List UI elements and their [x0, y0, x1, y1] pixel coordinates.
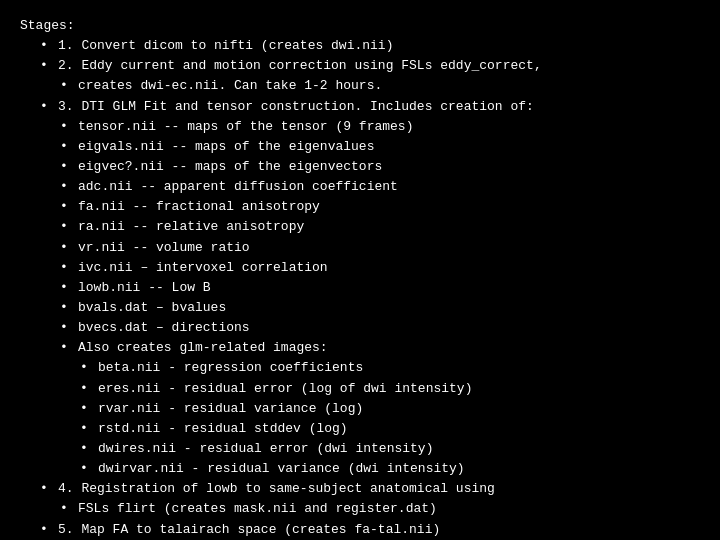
list-item: •tensor.nii -- maps of the tensor (9 fra… — [20, 117, 700, 137]
bullet-point: • — [80, 459, 98, 479]
list-item: •rvar.nii - residual variance (log) — [20, 399, 700, 419]
list-item: •rstd.nii - residual stddev (log) — [20, 419, 700, 439]
list-item: •2. Eddy current and motion correction u… — [20, 56, 700, 76]
bullet-point: • — [60, 278, 78, 298]
line-text: ivc.nii – intervoxel correlation — [78, 258, 328, 278]
list-item: •bvals.dat – bvalues — [20, 298, 700, 318]
list-item: •5. Map FA to talairach space (creates f… — [20, 520, 700, 540]
line-text: eigvec?.nii -- maps of the eigenvectors — [78, 157, 382, 177]
line-text: eigvals.nii -- maps of the eigenvalues — [78, 137, 374, 157]
list-item: •FSLs flirt (creates mask.nii and regist… — [20, 499, 700, 519]
list-item: •4. Registration of lowb to same-subject… — [20, 479, 700, 499]
line-text: rvar.nii - residual variance (log) — [98, 399, 363, 419]
list-item: •eigvec?.nii -- maps of the eigenvectors — [20, 157, 700, 177]
line-text: dwires.nii - residual error (dwi intensi… — [98, 439, 433, 459]
bullet-point: • — [60, 197, 78, 217]
line-text: lowb.nii -- Low B — [78, 278, 211, 298]
line-text: beta.nii - regression coefficients — [98, 358, 363, 378]
line-text: adc.nii -- apparent diffusion coefficien… — [78, 177, 398, 197]
bullet-point: • — [40, 56, 58, 76]
bullet-point: • — [60, 177, 78, 197]
bullet-point: • — [40, 479, 58, 499]
list-item: •3. DTI GLM Fit and tensor construction.… — [20, 97, 700, 117]
line-text: 2. Eddy current and motion correction us… — [58, 56, 542, 76]
line-text: 3. DTI GLM Fit and tensor construction. … — [58, 97, 534, 117]
list-item: •ivc.nii – intervoxel correlation — [20, 258, 700, 278]
bullet-point: • — [60, 499, 78, 519]
line-text: 1. Convert dicom to nifti (creates dwi.n… — [58, 36, 393, 56]
line-text: Stages: — [20, 16, 75, 36]
line-text: rstd.nii - residual stddev (log) — [98, 419, 348, 439]
list-item: •eigvals.nii -- maps of the eigenvalues — [20, 137, 700, 157]
bullet-point: • — [60, 117, 78, 137]
line-text: ra.nii -- relative anisotropy — [78, 217, 304, 237]
list-item: •eres.nii - residual error (log of dwi i… — [20, 379, 700, 399]
line-text: dwirvar.nii - residual variance (dwi int… — [98, 459, 465, 479]
list-item: •1. Convert dicom to nifti (creates dwi.… — [20, 36, 700, 56]
bullet-point: • — [60, 318, 78, 338]
bullet-point: • — [40, 97, 58, 117]
list-item: •adc.nii -- apparent diffusion coefficie… — [20, 177, 700, 197]
list-item: •beta.nii - regression coefficients — [20, 358, 700, 378]
list-item: •dwires.nii - residual error (dwi intens… — [20, 439, 700, 459]
line-text: tensor.nii -- maps of the tensor (9 fram… — [78, 117, 413, 137]
main-content: Stages:•1. Convert dicom to nifti (creat… — [0, 0, 720, 540]
line-text: creates dwi-ec.nii. Can take 1-2 hours. — [78, 76, 382, 96]
list-item: •ra.nii -- relative anisotropy — [20, 217, 700, 237]
list-item: •lowb.nii -- Low B — [20, 278, 700, 298]
line-text: FSLs flirt (creates mask.nii and registe… — [78, 499, 437, 519]
line-text: vr.nii -- volume ratio — [78, 238, 250, 258]
list-item: •fa.nii -- fractional anisotropy — [20, 197, 700, 217]
bullet-point: • — [60, 298, 78, 318]
bullet-point: • — [60, 217, 78, 237]
bullet-point: • — [40, 520, 58, 540]
list-item: •dwirvar.nii - residual variance (dwi in… — [20, 459, 700, 479]
line-text: 4. Registration of lowb to same-subject … — [58, 479, 495, 499]
bullet-point: • — [80, 419, 98, 439]
list-item: •creates dwi-ec.nii. Can take 1-2 hours. — [20, 76, 700, 96]
list-item: •Also creates glm-related images: — [20, 338, 700, 358]
list-item: •bvecs.dat – directions — [20, 318, 700, 338]
line-text: 5. Map FA to talairach space (creates fa… — [58, 520, 440, 540]
line-text: fa.nii -- fractional anisotropy — [78, 197, 320, 217]
line-text: Also creates glm-related images: — [78, 338, 328, 358]
bullet-point: • — [60, 238, 78, 258]
list-item: Stages: — [20, 16, 700, 36]
bullet-point: • — [60, 157, 78, 177]
bullet-point: • — [80, 379, 98, 399]
bullet-point: • — [60, 258, 78, 278]
bullet-point: • — [60, 137, 78, 157]
bullet-point: • — [60, 338, 78, 358]
bullet-point: • — [40, 36, 58, 56]
bullet-point: • — [80, 399, 98, 419]
list-item: •vr.nii -- volume ratio — [20, 238, 700, 258]
bullet-point: • — [80, 358, 98, 378]
line-text: bvecs.dat – directions — [78, 318, 250, 338]
line-text: eres.nii - residual error (log of dwi in… — [98, 379, 472, 399]
bullet-point: • — [60, 76, 78, 96]
bullet-point: • — [80, 439, 98, 459]
line-text: bvals.dat – bvalues — [78, 298, 226, 318]
